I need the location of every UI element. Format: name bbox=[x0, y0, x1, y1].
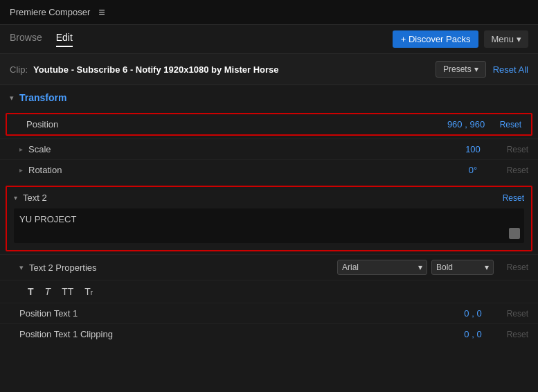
clip-row: Clip: Youtube - Subscribe 6 - Notify 192… bbox=[0, 54, 538, 85]
clip-row-right: Presets ▾ Reset All bbox=[436, 61, 528, 78]
text2-properties-reset-button[interactable]: Reset bbox=[501, 262, 528, 272]
font-style-select[interactable]: Bold ▾ bbox=[431, 260, 494, 275]
nav-tabs-right: + Discover Packs Menu ▾ bbox=[393, 30, 528, 48]
nav-tabs-left: Browse Edit bbox=[10, 32, 73, 47]
transform-section-title: Transform bbox=[19, 92, 66, 103]
reset-all-button[interactable]: Reset All bbox=[493, 64, 528, 75]
position-text1-clipping-row: Position Text 1 Clipping 0 , 0 Reset bbox=[0, 323, 538, 344]
rotation-reset-button[interactable]: Reset bbox=[501, 166, 528, 175]
main-content: Transform Position 960 , 960 Reset Scale… bbox=[0, 85, 538, 344]
position-text1-clipping-reset-button[interactable]: Reset bbox=[501, 330, 528, 339]
position-text1-clipping-label: Position Text 1 Clipping bbox=[19, 329, 445, 339]
clip-row-left: Clip: Youtube - Subscribe 6 - Notify 192… bbox=[10, 64, 279, 75]
scale-label: Scale bbox=[28, 144, 445, 154]
topbar: Premiere Composer ≡ bbox=[0, 0, 538, 25]
rotation-row: Rotation 0° Reset bbox=[0, 159, 538, 180]
text2-props-chevron-icon[interactable] bbox=[19, 263, 24, 272]
scale-reset-button[interactable]: Reset bbox=[501, 145, 528, 154]
text2-header-left: Text 2 bbox=[14, 193, 47, 203]
discover-packs-button[interactable]: + Discover Packs bbox=[393, 30, 479, 48]
rotation-chevron-icon[interactable] bbox=[19, 166, 23, 174]
transform-section-header[interactable]: Transform bbox=[0, 85, 538, 110]
typo-smallcaps-button[interactable]: Tr bbox=[82, 285, 96, 299]
scale-chevron-icon[interactable] bbox=[19, 145, 23, 153]
menu-chevron-icon: ▾ bbox=[517, 34, 521, 44]
font-select[interactable]: Arial ▾ bbox=[337, 260, 427, 275]
text2-input-text: YU PROJECT bbox=[19, 214, 76, 224]
position-text1-label: Position Text 1 bbox=[19, 308, 445, 319]
scale-value[interactable]: 100 bbox=[445, 144, 501, 154]
presets-chevron-icon: ▾ bbox=[474, 64, 478, 74]
typo-allcaps-button[interactable]: TT bbox=[59, 285, 76, 299]
menu-button-label: Menu bbox=[491, 34, 514, 44]
typo-bold-button[interactable]: T bbox=[25, 285, 37, 299]
hamburger-icon[interactable]: ≡ bbox=[98, 6, 105, 19]
text2-label: Text 2 bbox=[23, 193, 47, 203]
typo-italic-button[interactable]: T bbox=[42, 285, 54, 299]
tab-browse[interactable]: Browse bbox=[10, 32, 42, 47]
text2-properties-label: Text 2 Properties bbox=[29, 262, 337, 273]
rotation-value[interactable]: 0° bbox=[445, 165, 501, 175]
clip-label: Clip: bbox=[10, 64, 28, 75]
tab-edit[interactable]: Edit bbox=[56, 32, 73, 47]
font-style-chevron-icon: ▾ bbox=[485, 262, 489, 272]
text2-content[interactable]: YU PROJECT bbox=[14, 208, 524, 243]
font-style-value: Bold bbox=[436, 262, 453, 272]
menu-button[interactable]: Menu ▾ bbox=[484, 30, 528, 48]
presets-button[interactable]: Presets ▾ bbox=[436, 61, 486, 78]
position-text1-clipping-value[interactable]: 0 , 0 bbox=[445, 329, 501, 339]
app-title: Premiere Composer bbox=[10, 7, 90, 17]
position-label: Position bbox=[26, 119, 438, 130]
position-text1-row: Position Text 1 0 , 0 Reset bbox=[0, 303, 538, 323]
text2-props-controls: Arial ▾ Bold ▾ bbox=[337, 260, 494, 275]
position-text1-value[interactable]: 0 , 0 bbox=[445, 308, 501, 319]
transform-chevron-icon bbox=[10, 93, 14, 103]
position-highlight-box: Position 960 , 960 Reset bbox=[6, 113, 532, 136]
font-value: Arial bbox=[342, 262, 359, 272]
text2-box: Text 2 Reset YU PROJECT bbox=[6, 186, 532, 251]
font-chevron-icon: ▾ bbox=[418, 262, 422, 272]
nav-tabs: Browse Edit + Discover Packs Menu ▾ bbox=[0, 25, 538, 54]
typography-row: T T TT Tr bbox=[0, 280, 538, 303]
text2-color-swatch[interactable] bbox=[509, 228, 520, 239]
text2-header: Text 2 Reset bbox=[7, 187, 531, 208]
position-text1-reset-button[interactable]: Reset bbox=[501, 309, 528, 319]
text2-chevron-icon[interactable] bbox=[14, 194, 17, 202]
presets-label: Presets bbox=[443, 64, 472, 74]
position-value[interactable]: 960 , 960 bbox=[438, 119, 494, 130]
rotation-label: Rotation bbox=[28, 165, 445, 175]
text2-properties-row: Text 2 Properties Arial ▾ Bold ▾ Reset bbox=[0, 254, 538, 280]
scale-row: Scale 100 Reset bbox=[0, 139, 538, 159]
clip-name: Youtube - Subscribe 6 - Notify 1920x1080… bbox=[33, 64, 279, 75]
position-row: Position 960 , 960 Reset bbox=[7, 114, 531, 134]
text2-reset-button[interactable]: Reset bbox=[503, 193, 524, 203]
position-reset-button[interactable]: Reset bbox=[494, 120, 521, 130]
